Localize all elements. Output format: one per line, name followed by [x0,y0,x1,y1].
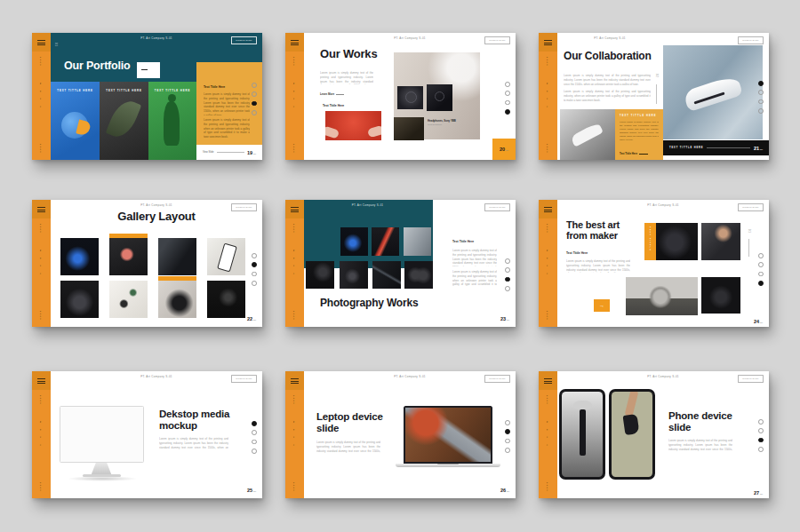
slide-title: Phone deviceslide [668,410,732,433]
photo-headphones [656,223,698,260]
photo-blue-toy: TEXT TITTLE HERE [51,82,100,160]
slide-pagination-dots[interactable] [505,82,510,115]
sidebar-menu-label: MENU [292,250,295,281]
hamburger-menu-icon[interactable] [285,200,304,218]
modern-slide-button[interactable]: Modern Slide [231,36,257,44]
footer-label: View Slide [203,151,214,154]
orange-panel: TEXT TITTLE HERE Lorem ipsum is simply d… [615,109,663,160]
slide-pagination-dots[interactable] [505,258,510,291]
bar-line [707,147,749,148]
intro-paragraph: Lorem ipsum is simply dummy text of the … [320,71,373,84]
bar-label: TEXT TITTLE HERE [669,147,703,149]
sidebar: 2021 MENU 2021 [285,33,304,160]
section-label: Text Tittle Here [452,240,474,243]
modern-slide-button[interactable]: Modern Slide [484,36,510,44]
page-number: 19/30 [247,150,256,155]
photo-caption: Headphones, Sony YBB Jona Designer [428,119,456,126]
photo-headphones [397,86,423,109]
modern-slide-button[interactable]: Modern Slide [738,36,764,44]
sidebar-bottom-label: 2021 [39,482,42,492]
photo-toy-soldier: TEXT TITTLE HERE [148,82,196,160]
sidebar-menu-label: MENU [546,250,548,281]
learn-more-link[interactable]: Learn More [320,92,344,96]
hamburger-menu-icon[interactable] [539,200,557,218]
modern-slide-button[interactable]: Modern Slide [231,375,257,383]
gallery-photo-8 [207,281,245,318]
modern-slide-button[interactable]: Modern Slide [738,375,764,383]
slide-desktop-mockup[interactable]: 2021 MENU 2021 PT. Art Company S-01 Mode… [32,371,262,498]
hamburger-menu-icon[interactable] [32,200,51,218]
slide-title: Photography Works [320,298,418,309]
sidebar-menu-label: MENU [39,421,42,452]
slide-pagination-dots[interactable] [252,253,257,286]
phone-screen-gimbal [562,392,604,478]
gallery-photo-6 [109,281,148,318]
tag-label: TEXT TITTLE [649,226,652,260]
slide-pagination-dots[interactable] [758,81,764,114]
hamburger-menu-icon[interactable] [32,33,51,52]
slide-pagination-dots[interactable] [252,421,257,454]
sidebar-bottom-label: 2021 [39,144,42,154]
sidebar-menu-label: MENU [39,83,42,114]
sidebar-top-label: 2021 [39,395,42,405]
photo-laptop-corner [404,227,431,256]
gallery-photo-5 [60,281,99,318]
page-number: 24/30 [754,319,763,324]
sidebar-menu-label: MENU [292,421,295,452]
arrow-icon: → [599,303,604,308]
panel-link[interactable]: Text Tittle Here [620,152,648,155]
sidebar-top-label: 2021 [546,395,548,405]
arrow-button[interactable]: → [594,299,610,312]
modern-slide-button[interactable]: Modern Slide [231,203,257,211]
photo-dark-object [394,117,424,140]
photo-hand-camera [701,223,740,260]
hamburger-menu-icon[interactable] [539,33,557,52]
modern-slide-button[interactable]: Modern Slide [738,203,764,211]
card-label: TEXT TITTLE HERE [148,89,196,92]
slide-gallery-layout[interactable]: 2021 MENU 2021 PT. Art Company S-01 Mode… [32,200,262,327]
photo-sneaker-small [560,109,615,160]
gallery-photo-1 [60,238,99,275]
imac-base [83,474,121,477]
hamburger-menu-icon[interactable] [539,371,557,390]
slide-pagination-dots[interactable] [758,419,764,452]
photo-camera [427,84,452,111]
slide-title: Our Collaboration [564,51,652,62]
hamburger-menu-icon[interactable] [285,33,304,52]
paragraph: Lorem ipsum is simply dummy text of the … [159,437,228,449]
slide-photography-works[interactable]: 2021 MENU 2021 PT. Art Company S-01 Mode… [285,200,516,327]
phone-screen-hand-camera [612,392,653,478]
slide-our-portfolio[interactable]: 2021 MENU 2021 PT. Art Company S-01 Mode… [32,33,262,160]
section-marker: 02 [655,74,658,78]
slide-our-works[interactable]: 2021 MENU 2021 PT. Art Company S-01 Mode… [285,33,516,160]
imac-screen-photo [62,409,141,455]
sidebar-top-label: 2021 [292,57,295,67]
gallery-photo-7 [158,281,196,318]
slide-title: Gallery Layout [51,210,262,224]
slide-pagination-dots[interactable] [758,253,764,286]
laptop-screen-photo [405,408,491,462]
slide-pagination-dots[interactable] [252,83,257,115]
photo-red-streak [372,227,399,256]
monitor-shadow [66,476,139,481]
company-note: PT. Art Company S-01 [304,203,431,207]
slide-phone-mockup[interactable]: 2021 MENU 2021 PT. Art Company S-01 Mode… [539,371,769,498]
modern-slide-button[interactable]: Modern Slide [484,203,510,211]
slide-laptop-mockup[interactable]: 2021 MENU 2021 PT. Art Company S-01 Mode… [285,371,516,498]
panel-title: Text Tittle Here [204,85,225,89]
modern-slide-button[interactable]: Modern Slide [484,375,510,383]
hamburger-menu-icon[interactable] [285,371,304,390]
sidebar-bottom-label: 2021 [546,311,548,321]
slide-pagination-dots[interactable] [505,420,510,453]
slide-our-collaboration[interactable]: 2021 MENU 2021 PT. Art Company S-01 Mode… [539,33,769,160]
panel-paragraph-2: Lorem ipsum is simply dummy text of the … [204,118,250,138]
gallery-photo-4 [207,238,245,275]
page-number: 22/30 [247,316,256,322]
sidebar-bottom-label: 2021 [292,311,295,321]
section-label: Text Tittle Here [323,104,344,107]
arrow-box[interactable] [137,62,160,78]
hamburger-menu-icon[interactable] [32,371,51,390]
slide-best-art-maker[interactable]: 2021 MENU 2021 PT. Art Company S-01 Mode… [539,200,769,327]
phone-mockup-2 [609,389,655,480]
sidebar-menu-label: MENU [39,250,42,281]
